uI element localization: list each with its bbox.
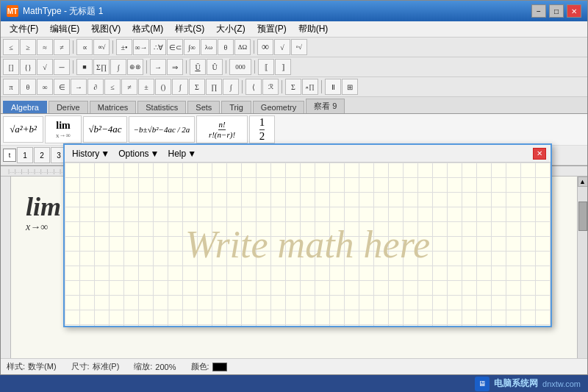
scrollbar-vertical[interactable]: ▲ (577, 177, 587, 358)
color-swatch[interactable] (212, 363, 227, 371)
tab-geometry[interactable]: Geometry (253, 101, 304, 113)
btn-arrow2[interactable]: ⇒ (167, 59, 183, 75)
template-pythagorean[interactable]: √a²+b² (3, 116, 43, 143)
sep9 (242, 80, 243, 93)
btn-inf2[interactable]: ∞ (37, 79, 53, 95)
tab-algebra[interactable]: Algebra (3, 101, 47, 113)
btn-frac3[interactable]: Σ (285, 79, 301, 95)
btn-int3[interactable]: ∫ (223, 79, 239, 95)
hw-options-label: Options (118, 149, 148, 159)
btn-subset[interactable]: ∈⊂ (167, 39, 183, 55)
btn-llbrace[interactable]: ⟦ (258, 59, 274, 75)
tab-sets[interactable]: Sets (187, 101, 220, 113)
template-limit[interactable]: lim x→∞ (45, 115, 82, 143)
btn-neq2[interactable]: ≠ (121, 79, 137, 95)
btn-script[interactable]: ℛ (262, 79, 279, 95)
ruler-vertical (1, 177, 11, 358)
btn-prop[interactable]: ∝ (76, 39, 93, 55)
menu-style[interactable]: 样式(S) (169, 21, 210, 37)
tab-row: Algebra Derive Matrices Statistics Sets … (1, 97, 587, 114)
tab-statistics[interactable]: Statistics (137, 101, 186, 113)
btn-bracket2[interactable]: {} (20, 59, 36, 75)
template-half[interactable]: 1 2 (249, 115, 275, 143)
btn-obar[interactable]: ⊕⊗ (127, 59, 143, 75)
menu-preferences[interactable]: 预置(P) (251, 21, 293, 37)
sep10 (282, 80, 282, 93)
hw-menu-history[interactable]: History ▼ (69, 147, 112, 160)
btn-pm2[interactable]: ± (138, 79, 154, 95)
btn-bracket1[interactable]: [] (3, 59, 19, 75)
menu-size[interactable]: 大小(Z) (210, 21, 251, 37)
tab-matrices[interactable]: Matrices (90, 101, 137, 113)
btn-lambda-omega[interactable]: λω (201, 39, 217, 55)
btn-inf-arrow[interactable]: ∞→ (133, 39, 149, 55)
btn-neq[interactable]: ≠ (54, 39, 70, 55)
app-icon: MT (7, 5, 18, 17)
hw-menu-help[interactable]: Help ▼ (165, 147, 199, 160)
btn-matrix2[interactable]: ⊞ (342, 79, 358, 95)
btn-approx[interactable]: ≈ (37, 39, 53, 55)
btn-int-inf[interactable]: ∫∞ (184, 39, 200, 55)
btn-llleft[interactable]: ⟨ (245, 79, 262, 95)
scrollbar-thumb[interactable] (578, 202, 587, 231)
btn-pi[interactable]: π (3, 79, 19, 95)
tab-derive[interactable]: Derive (49, 101, 88, 113)
btn-delta-omega[interactable]: ΔΩ (234, 39, 251, 55)
menu-view[interactable]: 视图(V) (85, 21, 126, 37)
template-sqrt-disc[interactable]: √b²−4ac (83, 116, 127, 143)
btn-sqrt[interactable]: √ (274, 39, 290, 55)
btn-theta[interactable]: θ (218, 39, 234, 55)
size-value[interactable]: 标准(P) (93, 361, 120, 372)
menu-help[interactable]: 帮助(H) (293, 21, 334, 37)
btn-geq[interactable]: ≥ (20, 39, 36, 55)
tab-trig[interactable]: Trig (221, 101, 251, 113)
btn-prod[interactable]: ∏ (206, 79, 222, 95)
btn-2[interactable]: 2 (34, 147, 50, 163)
template-quadratic[interactable]: −b±√b²−4ac / 2a (129, 116, 195, 143)
btn-theta2[interactable]: θ (20, 79, 36, 95)
scroll-up-btn[interactable]: ▲ (578, 177, 588, 187)
sep1 (73, 40, 74, 54)
menu-edit[interactable]: 编辑(E) (44, 21, 85, 37)
template-combination[interactable]: n! r!(n−r)! (196, 115, 248, 143)
btn-uhat[interactable]: Û (207, 59, 223, 75)
btn-pm[interactable]: ±• (116, 39, 132, 55)
btn-arrow1[interactable]: → (150, 59, 166, 75)
btn-000[interactable]: 000 (229, 59, 251, 75)
btn-alpha-beta[interactable]: ∝√ (93, 39, 110, 55)
btn-frac[interactable]: ∞ (257, 39, 273, 55)
hw-canvas[interactable]: Write math here (65, 163, 551, 326)
restore-button[interactable]: □ (549, 4, 564, 18)
btn-thf[interactable]: ∴∀ (150, 39, 166, 55)
close-button[interactable]: ✕ (567, 4, 581, 18)
btn-ll[interactable]: Ⅱ (325, 79, 341, 95)
btn-paren[interactable]: () (155, 79, 171, 95)
status-size: 尺寸: 标准(P) (71, 361, 120, 372)
btn-leq[interactable]: ≤ (3, 39, 19, 55)
zoom-value[interactable]: 200% (155, 363, 176, 371)
btn-uline[interactable]: Ū (190, 59, 206, 75)
btn-leq2[interactable]: ≤ (104, 79, 121, 95)
btn-rarrow[interactable]: → (71, 79, 87, 95)
btn-int2[interactable]: ∫ (172, 79, 188, 95)
btn-frac2[interactable]: ─ (54, 59, 70, 75)
btn-in[interactable]: ∈ (54, 79, 70, 95)
hw-menu-options[interactable]: Options ▼ (115, 147, 162, 160)
btn-sum[interactable]: Σ∏ (93, 59, 110, 75)
minimize-button[interactable]: − (531, 4, 546, 18)
btn-matrix[interactable]: ■ (76, 59, 93, 75)
style-value[interactable]: 数学(M) (28, 361, 57, 372)
hw-close-button[interactable]: ✕ (533, 148, 546, 160)
btn-1[interactable]: 1 (17, 147, 33, 163)
menu-file[interactable]: 文件(F) (4, 21, 44, 37)
btn-exp[interactable]: ⁿ√ (291, 39, 307, 55)
btn-sqrt2[interactable]: √ (37, 59, 53, 75)
menu-format[interactable]: 格式(M) (126, 21, 169, 37)
btn-sum2[interactable]: Σ (189, 79, 205, 95)
btn-partial[interactable]: ∂ (87, 79, 104, 95)
btn-t[interactable]: t (3, 149, 16, 162)
btn-rrbrace[interactable]: ⟧ (275, 59, 291, 75)
tab-view9[interactable]: 察看 9 (306, 99, 345, 113)
btn-sqrt3[interactable]: ₙ∏ (302, 79, 318, 95)
btn-int[interactable]: ∫ (110, 59, 126, 75)
